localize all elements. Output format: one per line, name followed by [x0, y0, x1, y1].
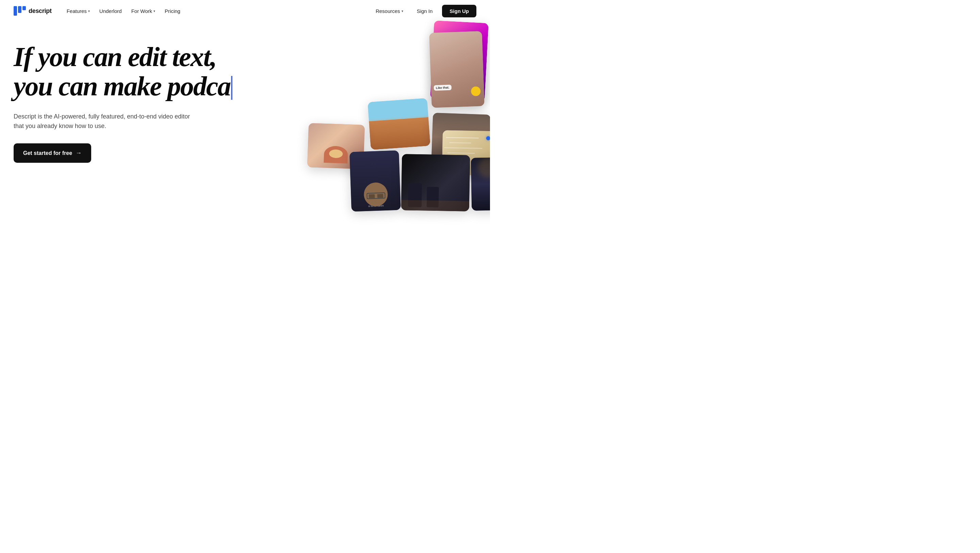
hero-section: If you can edit text, you can make podca… [0, 22, 490, 276]
hero-subtext: Descript is the AI-powered, fully featur… [14, 112, 191, 131]
like-bubble: Like that. [434, 85, 452, 91]
hero-headline: If you can edit text, you can make podca [14, 42, 340, 101]
collage-card-map [442, 131, 490, 176]
nav-pricing[interactable]: Pricing [161, 5, 185, 17]
collage-card-face: Like that. [429, 31, 485, 108]
collage-card-bedroom [431, 113, 490, 163]
features-chevron-icon: ▾ [88, 9, 90, 13]
logo-text: descript [29, 8, 52, 14]
arrow-right-icon: → [76, 150, 82, 157]
text-cursor [231, 76, 232, 100]
svg-rect-1 [18, 6, 21, 13]
nav-for-work[interactable]: For Work ▾ [127, 5, 159, 17]
collage-card-food [307, 123, 365, 169]
collage-card-studio [471, 157, 490, 210]
yellow-badge [471, 86, 481, 96]
for-work-chevron-icon: ▾ [153, 9, 155, 13]
collage-card-pink [430, 21, 488, 102]
sign-up-button[interactable]: Sign Up [442, 5, 476, 18]
collage-card-landscape [368, 98, 430, 150]
nav-features[interactable]: Features ▾ [63, 5, 94, 17]
descript-logo-icon [14, 6, 26, 16]
nav-left: descript Features ▾ Underlord For Work ▾… [14, 5, 185, 17]
svg-rect-0 [14, 6, 17, 16]
navbar: descript Features ▾ Underlord For Work ▾… [0, 0, 490, 22]
get-started-button[interactable]: Get started for free → [14, 143, 91, 163]
sign-in-link[interactable]: Sign In [413, 5, 437, 17]
logo[interactable]: descript [14, 6, 52, 16]
nav-links: Features ▾ Underlord For Work ▾ Pricing [63, 5, 185, 17]
resources-chevron-icon: ▾ [401, 9, 403, 13]
nav-underlord[interactable]: Underlord [95, 5, 126, 17]
nav-right: Resources ▾ Sign In Sign Up [372, 5, 476, 18]
svg-rect-2 [22, 6, 26, 10]
nav-resources[interactable]: Resources ▾ [372, 5, 407, 17]
collage-card-person-glasses: a lot of fakes [350, 150, 401, 212]
collage-card-dark-scene [401, 154, 470, 211]
